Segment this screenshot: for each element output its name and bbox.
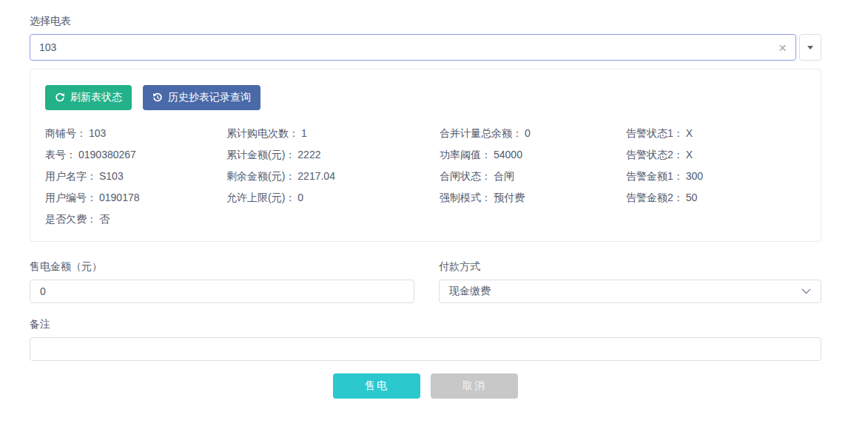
panel-button-row: 刷新表状态 历史抄表记录查询 (45, 85, 806, 110)
refresh-meter-status-button[interactable]: 刷新表状态 (45, 85, 132, 110)
info-field-value: 1 (301, 127, 307, 139)
info-field-label: 合并计量总余额： (440, 127, 522, 139)
info-field-label: 表号： (45, 149, 76, 160)
meter-select-label: 选择电表 (30, 13, 821, 28)
info-field-alarm-amount-1: 告警金额1：300 (626, 169, 806, 183)
info-field-value: 0190178 (99, 192, 140, 203)
info-column-4: 告警状态1：X 告警状态2：X 告警金额1：300 告警金额2：50 (626, 126, 806, 234)
amount-input[interactable] (30, 280, 414, 303)
info-field-shop-number: 商铺号：103 (45, 126, 226, 140)
payment-method-label: 付款方式 (439, 259, 821, 274)
info-field-value: 预付费 (494, 192, 525, 203)
info-field-alarm-amount-2: 告警金额2：50 (626, 191, 806, 204)
info-field-label: 功率阈值： (440, 149, 491, 160)
info-field-switch-status: 合闸状态：合闸 (440, 169, 626, 183)
info-field-user-id: 用户编号：0190178 (45, 191, 226, 204)
payment-group: 付款方式 现金缴费 (439, 259, 821, 303)
info-field-label: 告警金额2： (626, 192, 684, 203)
info-field-label: 是否欠费： (45, 213, 97, 225)
info-field-remaining-amount: 剩余金额(元)：2217.04 (226, 169, 440, 183)
history-icon (152, 92, 163, 103)
info-field-force-mode: 强制模式：预付费 (440, 191, 626, 204)
info-field-value: 103 (89, 127, 106, 139)
info-field-label: 累计金额(元)： (226, 149, 295, 160)
info-field-value: 54000 (494, 149, 522, 160)
meter-select-dropdown-button[interactable] (799, 34, 821, 61)
info-field-value: 0 (525, 127, 531, 139)
info-field-total-amount: 累计金额(元)：2222 (226, 148, 440, 161)
history-records-button[interactable]: 历史抄表记录查询 (143, 85, 260, 110)
info-field-value: 300 (686, 170, 703, 182)
info-field-label: 用户名字： (45, 170, 97, 182)
info-field-value: 否 (99, 213, 110, 225)
info-field-power-threshold: 功率阈值：54000 (440, 148, 626, 161)
caret-down-icon (807, 46, 813, 50)
info-field-label: 剩余金额(元)： (226, 170, 295, 182)
info-field-value: 0 (297, 192, 303, 203)
info-field-purchase-count: 累计购电次数：1 (226, 126, 440, 140)
chevron-down-icon (801, 288, 811, 294)
info-column-3: 合并计量总余额：0 功率阈值：54000 合闸状态：合闸 强制模式：预付费 (440, 126, 626, 234)
amount-group: 售电金额（元） (30, 259, 414, 303)
meter-info-grid: 商铺号：103 表号：0190380267 用户名字：S103 用户编号：019… (45, 126, 806, 234)
info-field-label: 允许上限(元)： (226, 192, 295, 203)
info-field-label: 累计购电次数： (226, 127, 299, 139)
info-field-value: 合闸 (494, 170, 514, 182)
info-field-value: S103 (99, 170, 124, 182)
clear-icon[interactable]: × (778, 41, 787, 55)
info-field-value: 2217.04 (297, 170, 335, 182)
remark-group: 备注 (30, 317, 821, 361)
remark-label: 备注 (30, 317, 821, 331)
info-field-label: 告警状态2： (626, 149, 684, 160)
sell-electricity-form: 选择电表 103 × 刷新表状态 (30, 13, 821, 399)
cancel-button[interactable]: 取消 (431, 373, 518, 399)
payment-form-row: 售电金额（元） 付款方式 现金缴费 (30, 259, 821, 303)
meter-select-value: 103 (39, 41, 56, 53)
info-field-label: 告警金额1： (626, 170, 684, 182)
meter-select-row: 103 × (30, 34, 821, 61)
footer-actions: 售电 取消 (30, 373, 821, 399)
info-field-alarm-status-1: 告警状态1：X (626, 126, 806, 140)
amount-label: 售电金额（元） (30, 259, 414, 274)
info-field-meter-number: 表号：0190380267 (45, 148, 226, 161)
info-field-allowed-limit: 允许上限(元)：0 (226, 191, 440, 204)
info-field-label: 强制模式： (440, 192, 491, 203)
info-field-arrears: 是否欠费：否 (45, 212, 226, 226)
payment-method-value: 现金缴费 (449, 285, 491, 298)
history-button-label: 历史抄表记录查询 (168, 91, 251, 104)
info-field-value: X (686, 127, 693, 139)
info-field-label: 告警状态1： (626, 127, 684, 139)
remark-input[interactable] (30, 337, 821, 361)
meter-info-panel: 刷新表状态 历史抄表记录查询 商铺号：103 表号：0 (30, 69, 821, 242)
info-field-value: 0190380267 (78, 149, 136, 160)
info-field-value: X (686, 149, 693, 160)
meter-select-input[interactable]: 103 × (30, 34, 796, 61)
info-field-label: 用户编号： (45, 192, 97, 203)
sell-button[interactable]: 售电 (333, 373, 420, 399)
info-field-combined-balance: 合并计量总余额：0 (440, 126, 626, 140)
info-field-value: 50 (686, 192, 698, 203)
refresh-icon (55, 92, 65, 103)
info-field-label: 商铺号： (45, 127, 87, 139)
info-column-1: 商铺号：103 表号：0190380267 用户名字：S103 用户编号：019… (45, 126, 226, 234)
refresh-button-label: 刷新表状态 (70, 91, 122, 104)
info-column-2: 累计购电次数：1 累计金额(元)：2222 剩余金额(元)：2217.04 允许… (226, 126, 440, 234)
info-field-user-name: 用户名字：S103 (45, 169, 226, 183)
info-field-alarm-status-2: 告警状态2：X (626, 148, 806, 161)
info-field-label: 合闸状态： (440, 170, 491, 182)
payment-method-select[interactable]: 现金缴费 (439, 280, 821, 303)
info-field-value: 2222 (297, 149, 320, 160)
